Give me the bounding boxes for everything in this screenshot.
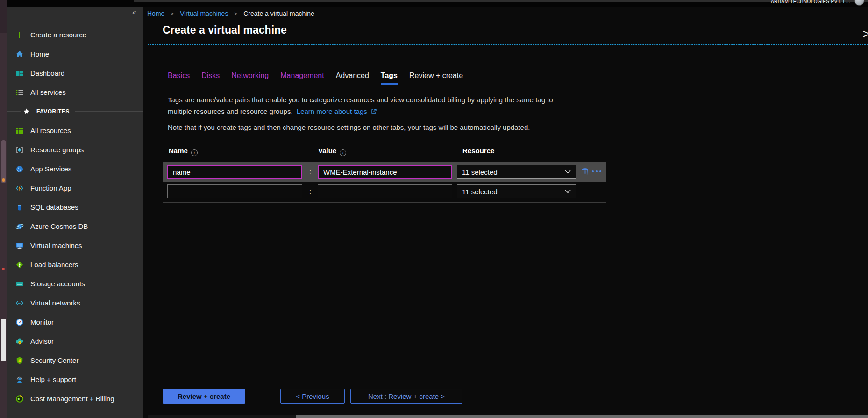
desktop-background-strip (0, 0, 7, 418)
sidebar-item-virtual-machines[interactable]: Virtual machines (7, 236, 143, 255)
colon-separator: : (306, 182, 315, 201)
sidebar-item-resource-groups[interactable]: Resource groups (7, 140, 143, 159)
dashboard-icon (15, 69, 24, 78)
resource-dropdown[interactable]: 11 selected (457, 184, 576, 198)
column-header-value: Valuei (318, 147, 346, 156)
resource-dropdown-value: 11 selected (462, 188, 498, 196)
table-bottom-divider (163, 202, 606, 203)
info-icon[interactable]: i (340, 149, 346, 156)
browser-edge-strip (134, 0, 868, 2)
dock-orange-dot (2, 178, 5, 182)
sidebar-item-load-balancers[interactable]: Load balancers (7, 255, 143, 274)
tag-value-input[interactable] (318, 184, 452, 198)
account-avatar[interactable] (854, 0, 864, 6)
resource-dropdown[interactable]: 11 selected (457, 165, 576, 179)
virtual-machines-icon (15, 241, 24, 250)
sidebar-item-all-services[interactable]: All services (7, 83, 143, 102)
virtual-networks-icon (15, 299, 24, 307)
sidebar-favorites-header: FAVORITES (7, 102, 143, 121)
horizontal-scrollbar (148, 415, 868, 418)
breadcrumb-virtual-machines[interactable]: Virtual machines (180, 10, 228, 17)
breadcrumb-separator-icon: > (234, 11, 237, 17)
page-title: Create a virtual machine (163, 24, 287, 36)
load-balancers-icon (15, 261, 24, 269)
tab-advanced[interactable]: Advanced (336, 71, 369, 85)
sidebar-item-azure-cosmos-db[interactable]: Azure Cosmos DB (7, 217, 143, 236)
sidebar: « Create a resource Home Dashboard All s… (7, 7, 143, 418)
delete-tag-button[interactable] (582, 168, 589, 177)
sidebar-item-dashboard[interactable]: Dashboard (7, 64, 143, 83)
breadcrumb-current-page: Create a virtual machine (243, 10, 314, 17)
sidebar-item-function-app[interactable]: Function App (7, 178, 143, 198)
sidebar-nav-list: Create a resource Home Dashboard All ser… (7, 25, 143, 408)
azure-cosmos-db-icon (15, 222, 24, 231)
more-options-button[interactable] (592, 170, 601, 172)
resource-dropdown-value: 11 selected (462, 168, 498, 176)
tag-value-input[interactable] (318, 165, 452, 179)
chevron-down-icon (565, 170, 571, 174)
advisor-icon (15, 337, 24, 346)
app-services-icon (15, 165, 24, 173)
sidebar-item-virtual-networks[interactable]: Virtual networks (7, 293, 143, 312)
learn-more-link[interactable]: Learn more about tags (297, 107, 367, 115)
all-services-icon (15, 88, 24, 97)
chevron-down-icon (565, 190, 571, 193)
footer-divider (148, 370, 868, 370)
colon-separator: : (306, 162, 315, 182)
main-content: Home > Virtual machines > Create a virtu… (143, 7, 868, 418)
tab-bar: Basics Disks Networking Management Advan… (168, 71, 463, 85)
sidebar-item-all-resources[interactable]: All resources (7, 121, 143, 140)
help-support-icon (15, 375, 24, 384)
sidebar-item-security-center[interactable]: Security Center (7, 351, 143, 370)
cost-management-icon: $ (15, 395, 24, 403)
star-icon (23, 108, 30, 115)
breadcrumb-home[interactable]: Home (147, 10, 164, 17)
external-link-icon (371, 109, 377, 114)
sidebar-item-app-services[interactable]: App Services (7, 159, 143, 178)
sidebar-item-cost-management-billing[interactable]: $ Cost Management + Billing (7, 389, 143, 408)
next-button[interactable]: Next : Review + create > (350, 389, 462, 404)
desktop-strip-shade (0, 0, 7, 33)
tab-review-create[interactable]: Review + create (409, 71, 463, 85)
dock-highlight (1, 140, 6, 183)
tab-tags[interactable]: Tags (381, 71, 398, 85)
tab-disks[interactable]: Disks (201, 71, 220, 85)
blade-expand-chevron-icon[interactable]: > (862, 27, 868, 42)
function-app-icon (15, 184, 24, 192)
info-icon[interactable]: i (191, 149, 198, 156)
breadcrumb: Home > Virtual machines > Create a virtu… (143, 7, 868, 21)
tags-description: Tags are name/value pairs that enable yo… (168, 94, 616, 117)
sidebar-item-create-a-resource[interactable]: Create a resource (7, 25, 143, 44)
sql-databases-icon (15, 203, 24, 212)
tag-name-input[interactable] (167, 184, 302, 198)
sidebar-item-home[interactable]: Home (7, 44, 143, 64)
sidebar-collapse-button[interactable]: « (132, 8, 136, 17)
tenant-name: ARHAM TECHNOLOGIES PVT. L... (771, 0, 850, 4)
tag-name-input[interactable] (167, 165, 302, 179)
tag-row: : 11 selected (163, 162, 606, 182)
resource-groups-icon (15, 146, 24, 154)
sidebar-item-help-support[interactable]: Help + support (7, 370, 143, 389)
sidebar-item-storage-accounts[interactable]: Storage accounts (7, 274, 143, 293)
all-resources-icon (15, 127, 24, 135)
favorites-divider-right (75, 111, 143, 112)
plus-icon (15, 31, 24, 39)
horizontal-scrollbar-thumb[interactable] (296, 415, 868, 418)
tags-note: Note that if you create tags and then ch… (168, 123, 530, 131)
tab-management[interactable]: Management (280, 71, 324, 85)
sidebar-item-sql-databases[interactable]: SQL databases (7, 198, 143, 217)
dock-red-dot (2, 268, 5, 270)
tag-row: : 11 selected (163, 182, 606, 201)
security-center-icon (15, 356, 24, 365)
review-create-button[interactable]: Review + create (163, 389, 245, 404)
sidebar-item-monitor[interactable]: Monitor (7, 312, 143, 332)
home-icon (15, 50, 24, 58)
tab-networking[interactable]: Networking (231, 71, 269, 85)
column-header-name: Namei (169, 147, 198, 156)
favorites-divider-left (7, 111, 21, 112)
storage-accounts-icon (15, 280, 24, 288)
previous-button[interactable]: < Previous (280, 389, 345, 404)
tab-basics[interactable]: Basics (168, 71, 190, 85)
top-bar: ARHAM TECHNOLOGIES PVT. L... (7, 0, 868, 7)
sidebar-item-advisor[interactable]: Advisor (7, 332, 143, 351)
